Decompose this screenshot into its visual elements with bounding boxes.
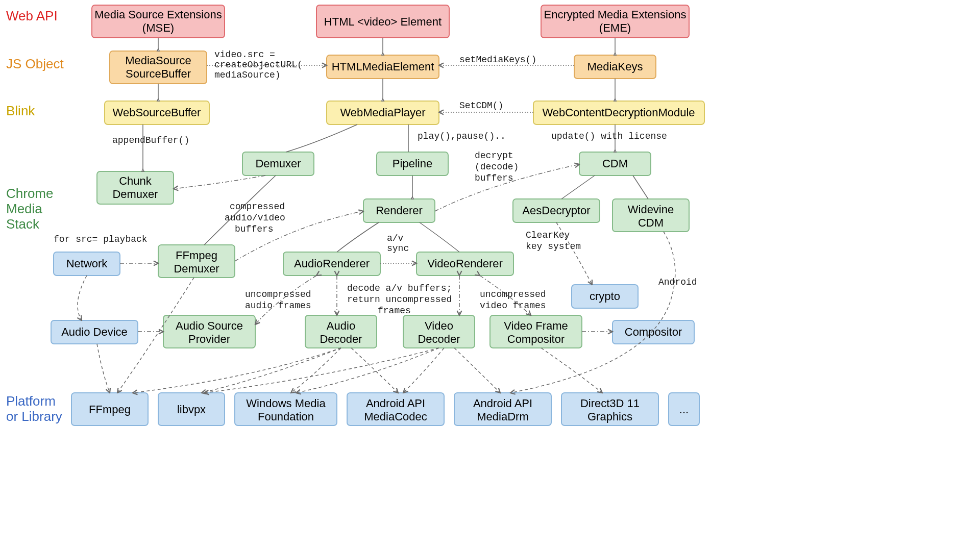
svg-text:(EME): (EME) <box>599 21 631 34</box>
svg-text:uncompressed: uncompressed <box>480 289 546 299</box>
svg-text:WebContentDecryptionModule: WebContentDecryptionModule <box>542 106 695 119</box>
node-audio-decoder: Audio Decoder <box>305 315 377 348</box>
row-platform2: or Library <box>6 409 62 424</box>
node-videorenderer: VideoRenderer <box>416 252 513 276</box>
node-websourcebuffer: WebSourceBuffer <box>105 101 209 124</box>
svg-text:Compositor: Compositor <box>507 333 565 345</box>
svg-text:AesDecryptor: AesDecryptor <box>522 204 590 217</box>
node-mediasource-sourcebuffer: MediaSource SourceBuffer <box>110 51 207 84</box>
svg-text:a/v: a/v <box>387 233 404 243</box>
node-ffmpeg-demuxer: FFmpeg Demuxer <box>158 245 235 278</box>
svg-text:Demuxer: Demuxer <box>255 157 301 170</box>
node-audio-device: Audio Device <box>51 320 138 344</box>
svg-text:AudioRenderer: AudioRenderer <box>294 257 370 270</box>
node-demuxer: Demuxer <box>242 152 314 176</box>
svg-text:decrypt: decrypt <box>475 151 513 161</box>
node-chunk-demuxer: Chunk Demuxer <box>97 171 174 204</box>
svg-text:Audio Device: Audio Device <box>61 326 128 338</box>
svg-text:Android: Android <box>658 277 697 287</box>
row-chrome2: Media <box>6 201 42 216</box>
svg-text:(decode): (decode) <box>475 162 519 172</box>
svg-text:libvpx: libvpx <box>177 403 206 416</box>
svg-text:Pipeline: Pipeline <box>393 157 432 170</box>
svg-text:...: ... <box>679 403 689 416</box>
svg-text:SourceBuffer: SourceBuffer <box>126 67 191 80</box>
node-compositor: Compositor <box>612 320 694 344</box>
node-platform-libvpx: libvpx <box>158 393 225 426</box>
node-htmlmediaelement: HTMLMediaElement <box>327 55 439 79</box>
node-platform-d3d: Direct3D 11 Graphics <box>561 393 658 426</box>
node-platform-ffmpeg: FFmpeg <box>71 393 148 426</box>
node-webcontentdecryptionmodule: WebContentDecryptionModule <box>533 101 704 124</box>
svg-text:Chunk: Chunk <box>119 174 152 187</box>
svg-text:Audio: Audio <box>327 319 355 332</box>
svg-text:play(),pause()..: play(),pause().. <box>418 131 506 141</box>
node-widevine-cdm: Widevine CDM <box>612 199 689 232</box>
svg-text:Decoder: Decoder <box>320 333 362 345</box>
svg-text:appendBuffer(): appendBuffer() <box>112 135 189 145</box>
svg-text:update() with license: update() with license <box>551 131 667 141</box>
svg-text:mediaSource): mediaSource) <box>214 70 281 80</box>
svg-text:Renderer: Renderer <box>376 204 423 217</box>
svg-text:createObjectURL(: createObjectURL( <box>214 60 303 70</box>
svg-text:key system: key system <box>526 241 581 252</box>
svg-text:Widevine: Widevine <box>628 203 674 216</box>
svg-text:video frames: video frames <box>480 301 546 311</box>
node-video-decoder: Video Decoder <box>403 315 475 348</box>
row-webapi: Web API <box>6 8 58 23</box>
svg-text:buffers: buffers <box>235 224 274 234</box>
svg-text:video.src =: video.src = <box>214 49 275 60</box>
svg-text:Foundation: Foundation <box>258 410 314 423</box>
svg-text:Media Source Extensions: Media Source Extensions <box>94 8 222 21</box>
node-html-video: HTML <video> Element <box>316 5 449 38</box>
svg-text:audio/video: audio/video <box>225 213 285 223</box>
svg-text:FFmpeg: FFmpeg <box>89 403 131 416</box>
row-chrome3: Stack <box>6 216 40 232</box>
svg-text:Android API: Android API <box>473 397 532 410</box>
node-pipeline: Pipeline <box>377 152 448 176</box>
svg-text:Video Frame: Video Frame <box>504 319 568 332</box>
node-platform-android-mediadrm: Android API MediaDrm <box>454 393 551 426</box>
svg-text:Graphics: Graphics <box>587 410 632 423</box>
svg-text:Video: Video <box>425 319 453 332</box>
svg-text:Decoder: Decoder <box>418 333 460 345</box>
row-chrome1: Chrome <box>6 186 53 201</box>
node-aesdecryptor: AesDecryptor <box>513 199 600 222</box>
svg-text:HTMLMediaElement: HTMLMediaElement <box>332 60 434 73</box>
svg-text:Direct3D 11: Direct3D 11 <box>580 397 640 410</box>
node-platform-wmf: Windows Media Foundation <box>235 393 337 426</box>
svg-text:HTML <video> Element: HTML <video> Element <box>324 15 442 28</box>
svg-text:Demuxer: Demuxer <box>174 262 219 275</box>
node-webmediaplayer: WebMediaPlayer <box>327 101 439 124</box>
svg-text:setMediaKeys(): setMediaKeys() <box>459 55 536 65</box>
svg-text:CDM: CDM <box>638 216 664 229</box>
svg-text:VideoRenderer: VideoRenderer <box>427 257 503 270</box>
svg-text:uncompressed: uncompressed <box>245 289 311 299</box>
svg-text:Compositor: Compositor <box>625 326 682 338</box>
node-mse: Media Source Extensions (MSE) <box>92 5 225 38</box>
svg-text:sync: sync <box>387 243 409 254</box>
svg-text:ClearKey: ClearKey <box>526 230 570 240</box>
svg-text:Demuxer: Demuxer <box>112 188 158 201</box>
svg-text:Encrypted Media Extensions: Encrypted Media Extensions <box>544 8 687 21</box>
svg-text:MediaCodec: MediaCodec <box>364 410 427 423</box>
svg-text:MediaSource: MediaSource <box>125 54 191 67</box>
node-platform-android-mediacodec: Android API MediaCodec <box>347 393 444 426</box>
svg-text:compressed: compressed <box>230 202 285 212</box>
svg-text:Audio Source: Audio Source <box>176 319 243 332</box>
svg-text:Android API: Android API <box>366 397 425 410</box>
node-network: Network <box>54 252 120 276</box>
svg-text:Network: Network <box>66 257 108 270</box>
svg-text:(MSE): (MSE) <box>142 21 174 34</box>
row-blink: Blink <box>6 103 35 118</box>
svg-text:WebSourceBuffer: WebSourceBuffer <box>113 106 201 119</box>
svg-text:crypto: crypto <box>590 290 620 303</box>
node-eme: Encrypted Media Extensions (EME) <box>541 5 689 38</box>
node-platform-more: ... <box>669 393 699 426</box>
node-audiorenderer: AudioRenderer <box>283 252 380 276</box>
row-jsobject: JS Object <box>6 56 64 71</box>
svg-text:MediaDrm: MediaDrm <box>477 410 528 423</box>
svg-text:WebMediaPlayer: WebMediaPlayer <box>340 106 425 119</box>
svg-text:frames: frames <box>378 306 411 316</box>
svg-text:audio frames: audio frames <box>245 301 311 311</box>
